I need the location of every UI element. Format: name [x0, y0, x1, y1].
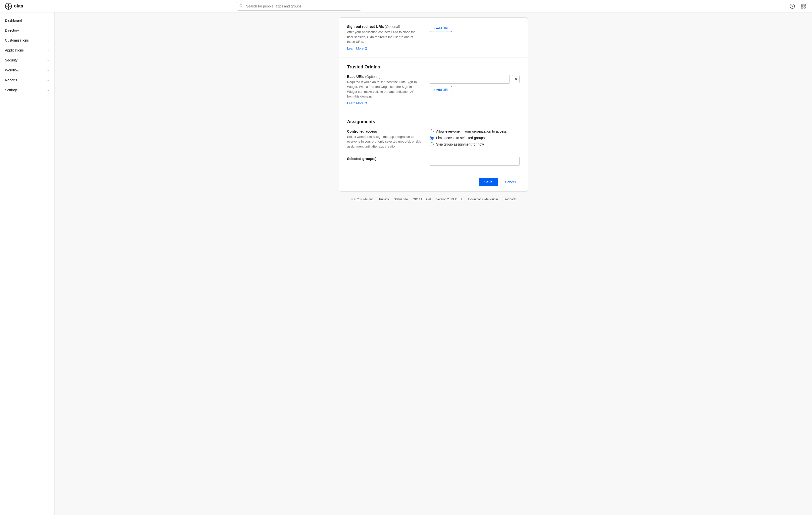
sidebar-item-label: Directory — [5, 28, 19, 32]
chevron-down-icon: ⌄ — [47, 68, 50, 72]
search-input[interactable] — [237, 2, 361, 11]
footer-plugin-link[interactable]: Download Okta Plugin — [468, 198, 498, 201]
sidebar-item-label: Settings — [5, 88, 18, 92]
chevron-down-icon: ⌄ — [47, 58, 50, 62]
assignments-title: Assignments — [347, 119, 520, 124]
sidebar: Dashboard ⌄ Directory ⌄ Customizations ⌄… — [0, 12, 55, 515]
header: okta — [0, 0, 812, 12]
sidebar-item-label: Dashboard — [5, 19, 22, 22]
selected-groups-input[interactable] — [430, 157, 520, 166]
sign-out-field-row: Sign-out redirect URIs (Optional) After … — [347, 25, 520, 50]
chevron-down-icon: ⌄ — [47, 38, 50, 42]
footer-feedback-link[interactable]: Feedback — [503, 198, 516, 201]
sidebar-item-label: Reports — [5, 78, 17, 82]
radio-group: Allow everyone in your organization to a… — [430, 130, 520, 146]
okta-logo-icon — [5, 3, 12, 10]
cancel-button[interactable]: Cancel — [501, 178, 520, 187]
chevron-down-icon: ⌄ — [47, 19, 50, 22]
footer-privacy-link[interactable]: Privacy — [379, 198, 389, 201]
controlled-access-controls: Allow everyone in your organization to a… — [430, 130, 520, 146]
radio-skip-input[interactable] — [430, 142, 434, 146]
radio-selected-groups[interactable]: Limit access to selected groups — [430, 136, 520, 140]
controlled-access-label: Controlled access — [347, 130, 422, 133]
external-link-icon — [365, 102, 368, 105]
trusted-origins-title: Trusted Origins — [347, 64, 520, 70]
header-actions — [789, 2, 807, 10]
chevron-down-icon: ⌄ — [47, 49, 50, 52]
footer: © 2023 Okta, Inc. Privacy Status site OK… — [339, 192, 528, 205]
sign-out-label: Sign-out redirect URIs (Optional) — [347, 25, 422, 29]
sign-out-label-col: Sign-out redirect URIs (Optional) After … — [347, 25, 422, 50]
external-link-icon — [365, 47, 368, 50]
trusted-origins-section: Trusted Origins Base URIs (Optional) Req… — [339, 57, 528, 112]
action-row: Save Cancel — [339, 173, 528, 191]
uri-input-row: ✕ — [430, 75, 520, 84]
layout: Dashboard ⌄ Directory ⌄ Customizations ⌄… — [0, 12, 812, 515]
radio-everyone-label: Allow everyone in your organization to a… — [436, 130, 507, 133]
chevron-down-icon: ⌄ — [47, 29, 50, 32]
sidebar-item-directory[interactable]: Directory ⌄ — [0, 25, 55, 35]
base-uris-optional: (Optional) — [365, 75, 380, 79]
base-uri-input[interactable] — [430, 75, 510, 84]
radio-selected-groups-label: Limit access to selected groups — [436, 136, 485, 140]
svg-rect-4 — [804, 4, 805, 5]
form-card: Sign-out redirect URIs (Optional) After … — [339, 18, 528, 192]
base-uris-controls: ✕ + Add URI — [430, 75, 520, 93]
radio-skip[interactable]: Skip group assignment for now — [430, 142, 520, 146]
svg-rect-6 — [804, 6, 805, 8]
sidebar-item-customizations[interactable]: Customizations ⌄ — [0, 35, 55, 45]
base-uris-label-col: Base URIs (Optional) Required if you pla… — [347, 75, 422, 105]
help-button[interactable] — [789, 2, 796, 10]
sign-out-section: Sign-out redirect URIs (Optional) After … — [339, 18, 528, 57]
sidebar-item-label: Security — [5, 58, 18, 62]
sidebar-item-security[interactable]: Security ⌄ — [0, 55, 55, 65]
controlled-access-description: Select whether to assign the app integra… — [347, 134, 422, 149]
selected-groups-label: Selected group(s) — [347, 157, 422, 161]
svg-line-8 — [366, 102, 367, 104]
sidebar-item-dashboard[interactable]: Dashboard ⌄ — [0, 16, 55, 25]
sign-out-controls: + Add URI — [430, 25, 520, 32]
sidebar-item-label: Customizations — [5, 38, 29, 42]
remove-uri-button[interactable]: ✕ — [512, 75, 520, 83]
okta-logo[interactable]: okta — [5, 3, 23, 10]
chevron-down-icon: ⌄ — [47, 88, 50, 92]
copyright: © 2023 Okta, Inc. — [351, 198, 374, 201]
base-uris-field-row: Base URIs (Optional) Required if you pla… — [347, 75, 520, 105]
trusted-origins-learn-more[interactable]: Learn More — [347, 101, 368, 105]
save-button[interactable]: Save — [479, 178, 498, 187]
search-container — [237, 2, 361, 11]
controlled-access-label-col: Controlled access Select whether to assi… — [347, 130, 422, 151]
footer-status-link[interactable]: Status site — [394, 198, 408, 201]
footer-cell-link[interactable]: OK14 US Cell — [413, 198, 431, 201]
radio-everyone-input[interactable] — [430, 130, 434, 133]
svg-line-7 — [366, 47, 367, 49]
sidebar-item-reports[interactable]: Reports ⌄ — [0, 75, 55, 85]
assignments-section: Assignments Controlled access Select whe… — [339, 112, 528, 173]
sidebar-item-workflow[interactable]: Workflow ⌄ — [0, 65, 55, 75]
selected-groups-row: Selected group(s) — [347, 157, 520, 166]
svg-rect-3 — [801, 4, 803, 5]
chevron-down-icon: ⌄ — [47, 78, 50, 82]
base-uris-description: Required if you plan to self-host the Ok… — [347, 80, 422, 99]
selected-groups-controls — [430, 157, 520, 166]
controlled-access-field-row: Controlled access Select whether to assi… — [347, 130, 520, 151]
main-content: Sign-out redirect URIs (Optional) After … — [55, 12, 812, 515]
search-icon — [239, 4, 243, 8]
radio-skip-label: Skip group assignment for now — [436, 142, 484, 146]
sidebar-item-applications[interactable]: Applications ⌄ — [0, 45, 55, 55]
base-uris-label: Base URIs (Optional) — [347, 75, 422, 79]
grid-menu-button[interactable] — [800, 2, 807, 10]
base-uri-add-button[interactable]: + Add URI — [430, 86, 452, 93]
sidebar-item-label: Applications — [5, 48, 24, 52]
svg-point-1 — [240, 4, 242, 7]
svg-rect-5 — [801, 6, 803, 8]
radio-everyone[interactable]: Allow everyone in your organization to a… — [430, 130, 520, 133]
radio-selected-groups-input[interactable] — [430, 136, 434, 140]
sign-out-description: After your application contacts Okta to … — [347, 30, 422, 44]
sidebar-item-settings[interactable]: Settings ⌄ — [0, 85, 55, 95]
sign-out-optional: (Optional) — [385, 25, 400, 29]
sign-out-add-uri-button[interactable]: + Add URI — [430, 25, 452, 32]
sign-out-learn-more[interactable]: Learn More — [347, 47, 368, 50]
footer-version-link[interactable]: Version 2023.11.0 E — [436, 198, 463, 201]
selected-groups-label-col: Selected group(s) — [347, 157, 422, 162]
